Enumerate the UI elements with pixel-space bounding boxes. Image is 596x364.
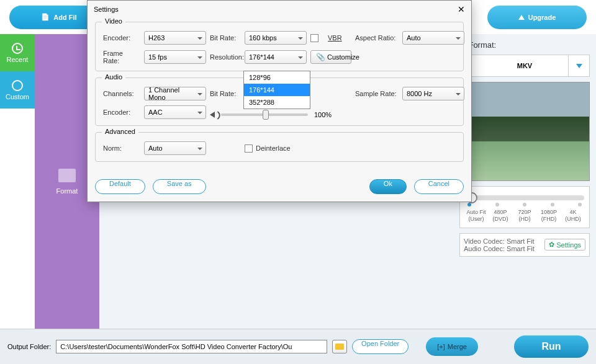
modal-title: Settings: [94, 6, 119, 13]
volume-slider[interactable]: [221, 113, 308, 116]
arrow-up-icon: [518, 15, 525, 20]
left-sidebar: Recent Custom: [0, 34, 35, 329]
deinterlace-checkbox[interactable]: [245, 144, 253, 153]
resolution-label: Resolution:: [210, 53, 241, 61]
samplerate-label: Sample Rate:: [355, 90, 399, 97]
video-group-title: Video: [102, 17, 125, 25]
encoder-label: Encoder:: [103, 34, 140, 42]
folder-icon: [58, 169, 76, 182]
add-file-label: Add Fil: [53, 14, 76, 21]
settings-label: Settings: [556, 241, 581, 249]
output-folder-label: Output Folder:: [7, 343, 51, 350]
right-panel: ut Format: MKV Auto Fit(User)480P(DVD)72…: [453, 34, 596, 329]
format-bar-label: Format: [56, 187, 78, 195]
preview-image: [459, 82, 590, 181]
channels-select[interactable]: 1 Channel Mono: [144, 87, 206, 100]
cancel-button[interactable]: Cancel: [414, 179, 464, 194]
file-icon: 📄: [41, 13, 50, 21]
video-codec-label: Video Codec: Smart Fit: [464, 237, 535, 245]
audio-group-title: Audio: [102, 73, 125, 81]
saveas-button[interactable]: Save as: [153, 179, 206, 194]
deinterlace-label: Deinterlace: [256, 144, 291, 152]
tab-recent-label: Recent: [7, 56, 29, 63]
vbr-label: VBR: [328, 34, 351, 42]
audio-encoder-select[interactable]: AAC: [144, 105, 206, 119]
upgrade-button[interactable]: Upgrade: [487, 6, 587, 29]
audio-encoder-label: Encoder:: [103, 109, 140, 116]
default-button[interactable]: Default: [95, 179, 145, 194]
dropdown-option[interactable]: 176*144: [244, 84, 310, 96]
audio-bitrate-label: Bit Rate:: [210, 90, 241, 97]
bitrate-label: Bit Rate:: [210, 34, 241, 42]
framerate-label: Frame Rate:: [103, 50, 140, 64]
dialog-buttons: Default Save as Ok Cancel: [88, 174, 471, 202]
audio-codec-label: Audio Codec: Smart Fit: [464, 245, 535, 252]
close-icon[interactable]: ✕: [458, 4, 465, 14]
codec-bar: Video Codec: Smart Fit Audio Codec: Smar…: [459, 233, 590, 257]
upgrade-label: Upgrade: [528, 14, 556, 21]
advanced-group: Advanced Norm: Auto Deinterlace: [95, 132, 464, 162]
dropdown-option[interactable]: 128*96: [244, 71, 310, 84]
bottom-bar: Output Folder: C:\Users\tester\Documents…: [0, 329, 596, 364]
aspect-label: Aspect Ratio:: [355, 34, 399, 42]
chevron-down-icon: [568, 55, 589, 76]
tab-custom[interactable]: Custom: [0, 71, 35, 109]
advanced-group-title: Advanced: [102, 128, 138, 135]
volume-value: 100%: [314, 111, 332, 118]
video-bitrate-select[interactable]: 160 kbps: [245, 31, 307, 45]
framerate-select[interactable]: 15 fps: [144, 50, 206, 64]
vbr-checkbox[interactable]: [310, 34, 318, 42]
customize-button[interactable]: 📎Customize: [310, 50, 351, 64]
channels-label: Channels:: [103, 90, 140, 97]
samplerate-select[interactable]: 8000 Hz: [402, 87, 464, 100]
modal-titlebar: Settings ✕: [88, 1, 471, 18]
output-format-title: ut Format:: [459, 40, 590, 50]
aspect-ratio-select[interactable]: Auto: [402, 31, 464, 45]
output-folder-input[interactable]: C:\Users\tester\Documents\WonderFox Soft…: [56, 340, 327, 353]
merge-icon: [+]: [437, 343, 445, 350]
gear-icon: ✿: [549, 241, 554, 249]
merge-button[interactable]: [+]Merge: [426, 337, 478, 356]
resolution-labels: Auto Fit(User)480P(DVD)720P(HD)1080P(FHD…: [465, 209, 584, 223]
ok-button[interactable]: Ok: [369, 179, 407, 194]
output-format-select[interactable]: MKV: [459, 55, 590, 77]
resolution-slider[interactable]: [465, 195, 584, 200]
resolution-select[interactable]: 176*144: [245, 50, 307, 64]
tab-custom-label: Custom: [6, 93, 29, 100]
speaker-icon: [210, 112, 215, 118]
paperclip-icon: 📎: [316, 53, 325, 61]
clock-icon: [12, 43, 23, 54]
folder-icon: [335, 344, 344, 350]
video-group: Video Encoder: H263 Bit Rate: 160 kbps V…: [95, 22, 464, 71]
open-folder-button[interactable]: Open Folder: [352, 339, 409, 354]
run-button[interactable]: Run: [514, 335, 589, 358]
norm-label: Norm:: [103, 144, 140, 152]
gear-icon: [12, 80, 23, 91]
video-encoder-select[interactable]: H263: [144, 31, 206, 45]
resolution-panel: Auto Fit(User)480P(DVD)720P(HD)1080P(FHD…: [459, 186, 590, 228]
browse-folder-button[interactable]: [332, 340, 347, 353]
dropdown-option[interactable]: 352*288: [244, 96, 310, 109]
norm-select[interactable]: Auto: [144, 141, 206, 155]
resolution-dropdown: 128*96176*144352*288: [243, 71, 310, 109]
resolution-dots: [465, 203, 584, 206]
settings-button[interactable]: ✿ Settings: [544, 239, 585, 251]
tab-recent[interactable]: Recent: [0, 34, 35, 71]
output-format-value: MKV: [517, 62, 532, 69]
